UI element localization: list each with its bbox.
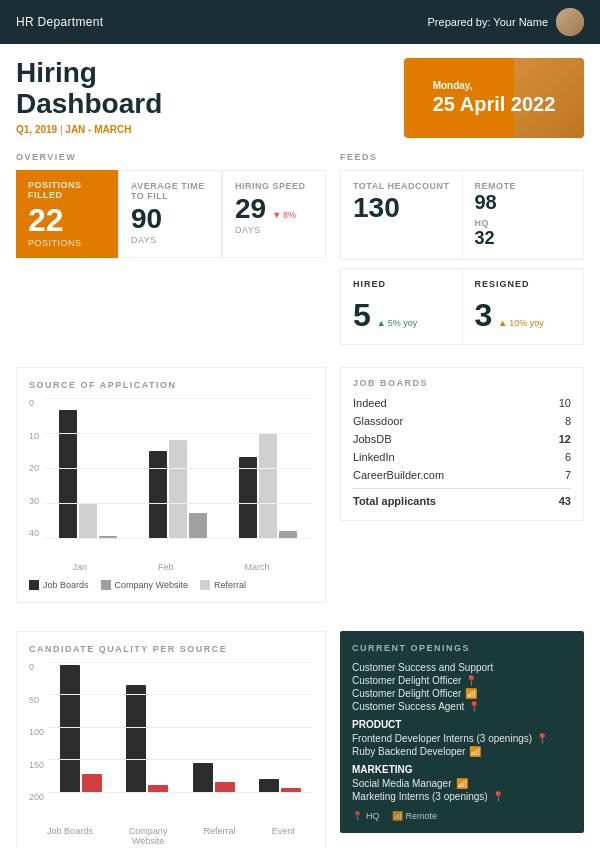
legend-remote: 📶 Remote — [392, 811, 438, 821]
pin-icon-3: 📍 — [536, 733, 548, 744]
source-chart-legend: Job Boards Company Website Referral — [29, 580, 313, 590]
avatar — [556, 8, 584, 36]
cq-y-labels: 200 150 100 50 0 — [29, 662, 44, 822]
overview-section: OVERVIEW POSITIONS FILLED 22 POSITIONS A… — [16, 152, 326, 353]
wifi-icon: 📶 — [465, 688, 477, 699]
pin-icon: 📍 — [465, 675, 477, 686]
jb-row-jobsdb: JobsDB 12 — [353, 430, 571, 448]
legend-referral: Referral — [200, 580, 246, 590]
openings-legend: 📍 HQ 📶 Remote — [352, 811, 572, 821]
legend-company-website: Company Website — [101, 580, 188, 590]
hiring-speed-card: HIRING SPEED 29 ▼ 8% DAYS — [222, 170, 326, 258]
wifi-legend-icon: 📶 — [392, 811, 403, 821]
opening-frontend: Frontend Developer Interns (3 openings) … — [352, 732, 572, 745]
job-boards-section: JOB BOARDS Indeed 10 Glassdoor 8 JobsDB … — [340, 367, 584, 617]
dashboard-heading: Hiring Dashboard — [16, 58, 162, 120]
prepared-by-text: Prepared by: Your Name — [428, 16, 548, 28]
grid-lines — [43, 398, 313, 538]
source-jobboards-row: SOURCE OF APPLICATION 40 30 20 10 0 — [16, 367, 584, 617]
opening-customer-delight-1: Customer Delight Officer 📍 — [352, 674, 572, 687]
main-content: Hiring Dashboard Q1, 2019 | JAN - MARCH … — [0, 44, 600, 848]
hired-badge: ▲ 5% yoy — [377, 318, 417, 328]
avg-time-card: AVERAGE TIME TO FILL 90 DAYS — [118, 170, 222, 258]
dashboard-period: Q1, 2019 | JAN - MARCH — [16, 124, 162, 135]
feeds-section: FEEDS TOTAL HEADCOUNT 130 REMOTE 98 HQ 3… — [340, 152, 584, 353]
x-axis-labels: Jan Feb March — [29, 562, 313, 572]
dashboard-title: Hiring Dashboard Q1, 2019 | JAN - MARCH — [16, 58, 162, 135]
legend-job-boards: Job Boards — [29, 580, 89, 590]
chart-bars-area — [43, 398, 313, 558]
date-card: Monday, 25 April 2022 — [404, 58, 584, 138]
remote-hq-card: REMOTE 98 HQ 32 — [463, 171, 584, 259]
opening-customer-delight-2: Customer Delight Officer 📶 — [352, 687, 572, 700]
overview-feeds-row: OVERVIEW POSITIONS FILLED 22 POSITIONS A… — [16, 152, 584, 353]
cq-x-labels: Job Boards CompanyWebsite Referral Event — [29, 826, 313, 846]
chart-with-y-axis: 40 30 20 10 0 — [29, 398, 313, 558]
hired-card: HIRED 5 ▲ 5% yoy — [341, 269, 463, 344]
resigned-badge: ▲ 10% yoy — [498, 318, 543, 328]
cq-bars-area — [48, 662, 313, 822]
title-row: Hiring Dashboard Q1, 2019 | JAN - MARCH … — [16, 58, 584, 138]
jb-row-indeed: Indeed 10 — [353, 394, 571, 412]
app-header: HR Department Prepared by: Your Name — [0, 0, 600, 44]
app-title: HR Department — [16, 15, 103, 29]
job-boards-table: JOB BOARDS Indeed 10 Glassdoor 8 JobsDB … — [340, 367, 584, 521]
date-text: Monday, 25 April 2022 — [433, 80, 556, 116]
legend-hq: 📍 HQ — [352, 811, 380, 821]
overview-metrics: POSITIONS FILLED 22 POSITIONS AVERAGE TI… — [16, 170, 326, 258]
opening-section-product: PRODUCT — [352, 719, 572, 730]
jb-row-careerbuilder: CareerBuilder.com 7 — [353, 466, 571, 484]
jb-row-linkedin: LinkedIn 6 — [353, 448, 571, 466]
resigned-card: RESIGNED 3 ▲ 10% yoy — [463, 269, 584, 344]
opening-marketing-interns: Marketing Interns (3 openings) 📍 — [352, 790, 572, 803]
openings-card: CURRENT OPENINGS Customer Success and Su… — [340, 631, 584, 833]
opening-ruby: Ruby Backend Developer 📶 — [352, 745, 572, 758]
positions-filled-card: POSITIONS FILLED 22 POSITIONS — [16, 170, 118, 258]
legend-dot-dark — [29, 580, 39, 590]
wifi-icon-3: 📶 — [456, 778, 468, 789]
current-openings-section: CURRENT OPENINGS Customer Success and Su… — [340, 631, 584, 848]
pin-icon-2: 📍 — [468, 701, 480, 712]
pin-legend-icon: 📍 — [352, 811, 363, 821]
opening-section-marketing: MARKETING — [352, 764, 572, 775]
opening-customer-success-support: Customer Success and Support — [352, 661, 572, 674]
opening-customer-success-agent: Customer Success Agent 📍 — [352, 700, 572, 713]
hired-resigned-row: HIRED 5 ▲ 5% yoy RESIGNED 3 ▲ — [340, 268, 584, 345]
opening-social-media: Social Media Manager 📶 — [352, 777, 572, 790]
cq-chart-with-y: 200 150 100 50 0 — [29, 662, 313, 822]
header-right: Prepared by: Your Name — [428, 8, 584, 36]
total-headcount-card: TOTAL HEADCOUNT 130 — [341, 171, 463, 259]
bottom-row: CANDIDATE QUALITY PER SOURCE 200 150 100… — [16, 631, 584, 848]
jb-total-row: Total applicants 43 — [353, 488, 571, 510]
wifi-icon-2: 📶 — [469, 746, 481, 757]
jb-row-glassdoor: Glassdoor 8 — [353, 412, 571, 430]
legend-dot-light — [200, 580, 210, 590]
feeds-top: TOTAL HEADCOUNT 130 REMOTE 98 HQ 32 — [340, 170, 584, 260]
cq-chart-container: CANDIDATE QUALITY PER SOURCE 200 150 100… — [16, 631, 326, 848]
source-chart-section: SOURCE OF APPLICATION 40 30 20 10 0 — [16, 367, 326, 617]
y-axis-labels: 40 30 20 10 0 — [29, 398, 39, 558]
hiring-speed-badge: ▼ 8% — [272, 210, 296, 220]
legend-dot-medium — [101, 580, 111, 590]
pin-icon-4: 📍 — [492, 791, 504, 802]
source-chart-container: SOURCE OF APPLICATION 40 30 20 10 0 — [16, 367, 326, 603]
candidate-quality-section: CANDIDATE QUALITY PER SOURCE 200 150 100… — [16, 631, 326, 848]
